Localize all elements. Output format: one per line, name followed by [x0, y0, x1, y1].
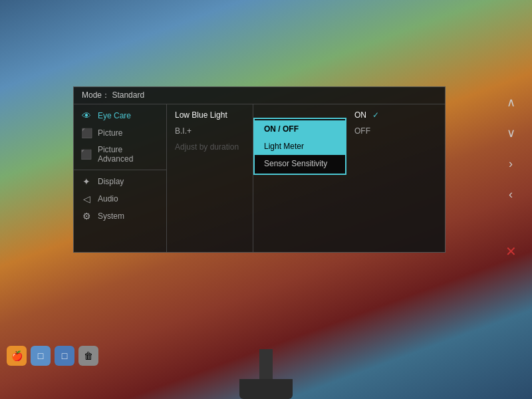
monitor-stand-neck: [259, 349, 273, 382]
picture-advanced-icon: ⬛: [80, 149, 92, 160]
nav-down-button[interactable]: ∨: [501, 124, 520, 142]
submenu-item-adjust-duration: Adjust by duration: [167, 139, 253, 155]
value-label-off: OFF: [354, 126, 370, 136]
finder-icon: □: [38, 350, 43, 361]
checkmark-icon: ✓: [372, 110, 379, 120]
audio-icon: ◁: [80, 194, 92, 204]
sidebar-item-eye-care[interactable]: 👁 Eye Care: [74, 107, 166, 124]
osd-values: ON ✓ OFF: [346, 104, 413, 252]
sidebar-item-display[interactable]: ✦ Display: [74, 173, 166, 190]
sidebar-label-display: Display: [98, 177, 124, 186]
dropdown-label-light-meter: Light Meter: [264, 142, 304, 151]
apple-icon: 🍎: [11, 350, 23, 361]
mode-value: Standard: [112, 90, 144, 100]
display-icon: ✦: [80, 176, 92, 187]
monitor-stand-base: [239, 379, 293, 399]
sidebar-item-system[interactable]: ⚙ System: [74, 207, 166, 225]
sidebar-divider: [74, 170, 166, 170]
mode-label: Mode：: [82, 90, 110, 100]
submenu-label-adjust-duration: Adjust by duration: [175, 142, 239, 152]
dropdown-label-sensor-sensitivity: Sensor Sensitivity: [264, 159, 327, 168]
dock-item-trash[interactable]: 🗑: [78, 346, 98, 366]
dock-item-apple[interactable]: 🍎: [7, 346, 27, 366]
submenu-item-low-blue-light[interactable]: Low Blue Light: [167, 107, 253, 123]
dock-item-finder[interactable]: □: [31, 346, 51, 366]
sidebar-label-system: System: [98, 211, 124, 221]
nav-close-button[interactable]: ✕: [501, 242, 520, 261]
sidebar-label-eye-care: Eye Care: [98, 111, 131, 120]
submenu-label-bi-plus: B.I.+: [175, 126, 192, 136]
osd-sidebar: 👁 Eye Care ⬛ Picture ⬛ Picture Advanced …: [74, 104, 167, 252]
value-item-on: ON ✓: [346, 107, 413, 123]
sidebar-item-audio[interactable]: ◁ Audio: [74, 190, 166, 207]
eye-care-icon: 👁: [80, 110, 92, 121]
dock: 🍎 □ □ 🗑: [7, 346, 98, 366]
trash-icon: 🗑: [84, 350, 93, 361]
sidebar-label-picture-advanced: Picture Advanced: [98, 145, 160, 164]
system-icon: ⚙: [80, 211, 92, 221]
osd-submenu: Low Blue Light B.I.+ Adjust by duration: [167, 104, 253, 252]
app2-icon: □: [62, 350, 67, 361]
dropdown-item-on-off[interactable]: ON / OFF: [255, 120, 345, 138]
dropdown-item-light-meter[interactable]: Light Meter: [255, 138, 345, 155]
picture-icon: ⬛: [80, 128, 92, 138]
value-label-on: ON: [354, 110, 366, 120]
osd-content-area: 👁 Eye Care ⬛ Picture ⬛ Picture Advanced …: [74, 104, 445, 252]
submenu-item-bi-plus[interactable]: B.I.+: [167, 123, 253, 139]
dropdown-item-sensor-sensitivity[interactable]: Sensor Sensitivity: [255, 155, 345, 172]
nav-right-button[interactable]: ›: [501, 154, 520, 173]
sidebar-label-audio: Audio: [98, 194, 118, 203]
osd-dropdown: ON / OFF Light Meter Sensor Sensitivity: [253, 118, 346, 175]
dock-item-app2[interactable]: □: [55, 346, 74, 366]
osd-menu: Mode： Standard 👁 Eye Care ⬛ Picture ⬛ Pi…: [73, 86, 446, 253]
nav-left-button[interactable]: ‹: [501, 185, 520, 203]
submenu-label-low-blue-light: Low Blue Light: [175, 110, 227, 120]
nav-up-button[interactable]: ∧: [501, 93, 520, 112]
sidebar-label-picture: Picture: [98, 128, 122, 138]
dropdown-label-on-off: ON / OFF: [264, 124, 299, 134]
nav-buttons: ∧ ∨ › ‹ ✕: [501, 93, 520, 261]
sidebar-item-picture-advanced[interactable]: ⬛ Picture Advanced: [74, 142, 166, 167]
value-item-off: OFF: [346, 123, 413, 139]
sidebar-item-picture[interactable]: ⬛ Picture: [74, 124, 166, 142]
mode-bar: Mode： Standard: [74, 87, 445, 104]
